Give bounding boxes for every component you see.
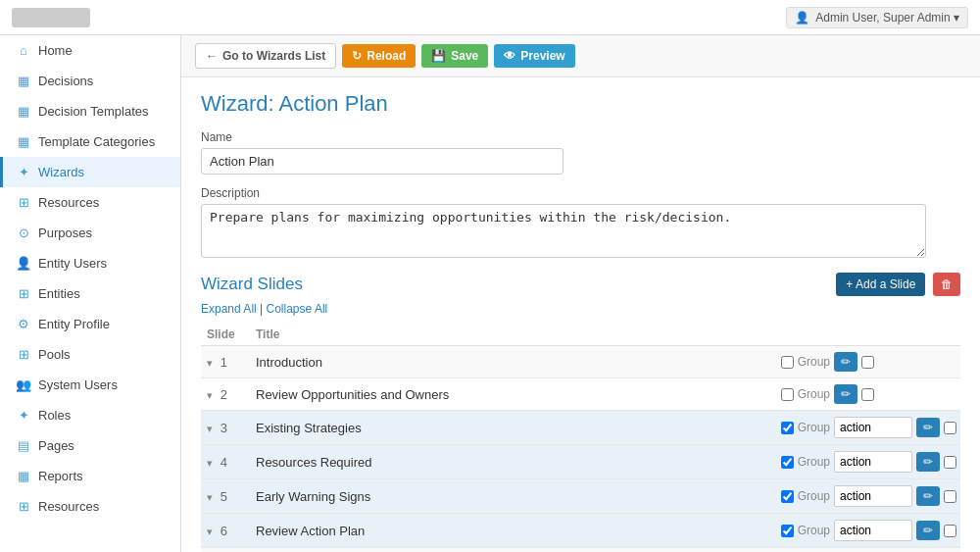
- sidebar-item-decision-templates[interactable]: ▦Decision Templates: [0, 96, 180, 126]
- chevron-icon-3: ▾: [207, 457, 213, 469]
- group-checkbox-5[interactable]: [781, 525, 794, 537]
- expand-all-link[interactable]: Expand All: [201, 302, 257, 316]
- sidebar-item-entity-profile[interactable]: ⚙Entity Profile: [0, 309, 180, 339]
- group-checkbox-1[interactable]: [781, 388, 794, 401]
- slide-num-0: 1: [220, 355, 227, 370]
- user-label: Admin User, Super Admin ▾: [815, 11, 959, 25]
- content-area: ← Go to Wizards List ↻ Reload 💾 Save 👁 P…: [181, 35, 980, 552]
- sidebar-item-wizards[interactable]: ✦Wizards: [0, 157, 180, 187]
- slides-table: Slide Title ▾ 1 Introduction Grou: [201, 324, 960, 552]
- section-title: Wizard Slides: [201, 275, 303, 294]
- sidebar-icon-entity-profile: ⚙: [17, 318, 30, 331]
- group-area-1: Group ✏: [781, 384, 956, 404]
- sidebar-item-roles[interactable]: ✦Roles: [0, 400, 180, 430]
- logo: [12, 8, 90, 27]
- group-label-0: Group: [798, 355, 830, 369]
- sidebar-icon-purposes: ⊙: [17, 226, 30, 240]
- sidebar-label-decision-templates: Decision Templates: [38, 104, 148, 119]
- edit-button-1[interactable]: ✏: [834, 384, 858, 404]
- chevron-icon-1: ▾: [207, 389, 213, 401]
- action-input-2[interactable]: [834, 417, 912, 438]
- edit-button-2[interactable]: ✏: [916, 418, 940, 437]
- name-input[interactable]: [201, 148, 564, 175]
- collapse-all-link[interactable]: Collapse All: [267, 302, 328, 316]
- sidebar-icon-wizards: ✦: [17, 166, 30, 179]
- extra-checkbox-1[interactable]: [861, 388, 874, 401]
- name-label: Name: [201, 130, 960, 144]
- action-input-4[interactable]: [834, 485, 912, 507]
- sidebar-label-entity-profile: Entity Profile: [38, 317, 110, 331]
- sidebar-item-pools[interactable]: ⊞Pools: [0, 339, 180, 370]
- group-area-2: Group ✏: [781, 417, 956, 438]
- sidebar-icon-decision-templates: ▦: [17, 105, 30, 119]
- group-area-0: Group ✏: [781, 352, 956, 372]
- extra-checkbox-2[interactable]: [944, 422, 956, 434]
- extra-checkbox-0[interactable]: [861, 356, 874, 369]
- col-title: Title: [250, 324, 775, 346]
- delete-slide-button[interactable]: 🗑: [933, 273, 960, 296]
- sidebar-item-resources[interactable]: ⊞Resources: [0, 187, 180, 218]
- group-checkbox-2[interactable]: [781, 422, 794, 434]
- user-icon: 👤: [795, 11, 809, 25]
- name-field-group: Name: [201, 130, 960, 175]
- preview-button[interactable]: 👁 Preview: [494, 44, 574, 68]
- sidebar-item-entity-users[interactable]: 👤Entity Users: [0, 248, 180, 278]
- group-checkbox-3[interactable]: [781, 456, 794, 469]
- sidebar-icon-pages: ▤: [17, 439, 30, 453]
- sidebar-label-pages: Pages: [38, 438, 74, 453]
- sidebar-item-entities[interactable]: ⊞Entities: [0, 278, 180, 309]
- table-row: ▾ 6 Review Action Plan Group ✏: [201, 514, 960, 548]
- reload-icon: ↻: [352, 49, 362, 63]
- sidebar-label-decisions: Decisions: [38, 74, 93, 88]
- edit-button-3[interactable]: ✏: [916, 452, 940, 472]
- edit-button-0[interactable]: ✏: [834, 352, 858, 372]
- sidebar-icon-entities: ⊞: [17, 287, 30, 301]
- sidebar-item-template-categories[interactable]: ▦Template Categories: [0, 126, 180, 157]
- sidebar-icon-resources2: ⊞: [17, 500, 30, 514]
- action-input-3[interactable]: [834, 451, 912, 473]
- sidebar-item-home[interactable]: ⌂Home: [0, 35, 180, 66]
- sidebar-icon-resources: ⊞: [17, 196, 30, 210]
- sidebar-label-system-users: System Users: [38, 377, 118, 392]
- edit-button-4[interactable]: ✏: [916, 486, 940, 506]
- sidebar-label-template-categories: Template Categories: [38, 134, 155, 149]
- arrow-left-icon: ←: [206, 49, 218, 63]
- reload-button[interactable]: ↻ Reload: [342, 44, 416, 68]
- save-button[interactable]: 💾 Save: [421, 44, 488, 68]
- col-slide: Slide: [201, 324, 250, 346]
- description-field-group: Description: [201, 186, 960, 261]
- group-label-4: Group: [798, 489, 830, 503]
- description-textarea[interactable]: [201, 204, 926, 258]
- slide-title-4: Early Warning Signs: [256, 489, 370, 504]
- extra-checkbox-4[interactable]: [944, 490, 956, 503]
- group-checkbox-0[interactable]: [781, 356, 794, 369]
- sidebar-label-purposes: Purposes: [38, 226, 92, 240]
- edit-button-5[interactable]: ✏: [916, 521, 940, 540]
- slide-title-5: Review Action Plan: [256, 524, 365, 538]
- group-area-4: Group ✏: [781, 485, 956, 507]
- slide-num-4: 5: [220, 489, 227, 504]
- user-menu[interactable]: 👤 Admin User, Super Admin ▾: [786, 7, 968, 28]
- sidebar-item-resources2[interactable]: ⊞Resources: [0, 491, 180, 522]
- sidebar-label-wizards: Wizards: [38, 165, 84, 179]
- sidebar-item-system-users[interactable]: 👥System Users: [0, 370, 180, 400]
- sidebar-item-purposes[interactable]: ⊙Purposes: [0, 218, 180, 248]
- slide-num-2: 3: [220, 421, 227, 435]
- sidebar-item-decisions[interactable]: ▦Decisions: [0, 66, 180, 96]
- table-row: ▾ 4 Resources Required Group ✏: [201, 445, 960, 479]
- group-area-5: Group ✏: [781, 520, 956, 541]
- sidebar-item-reports[interactable]: ▦Reports: [0, 461, 180, 491]
- sidebar-item-pages[interactable]: ▤Pages: [0, 430, 180, 461]
- extra-checkbox-3[interactable]: [944, 456, 956, 469]
- add-slide-button[interactable]: + Add a Slide: [836, 273, 925, 296]
- sidebar-icon-template-categories: ▦: [17, 135, 30, 149]
- topbar: 👤 Admin User, Super Admin ▾: [0, 0, 980, 35]
- extra-checkbox-5[interactable]: [944, 525, 956, 537]
- action-input-5[interactable]: [834, 520, 912, 541]
- go-to-wizards-button[interactable]: ← Go to Wizards List: [195, 43, 336, 69]
- group-checkbox-4[interactable]: [781, 490, 794, 503]
- content-inner: Wizard: Action Plan Name Description Wiz…: [181, 77, 980, 552]
- slide-num-1: 2: [220, 387, 227, 402]
- table-row: ▾ 2 Review Opportunities and Owners Grou…: [201, 378, 960, 411]
- slide-title-2: Existing Strategies: [256, 421, 362, 435]
